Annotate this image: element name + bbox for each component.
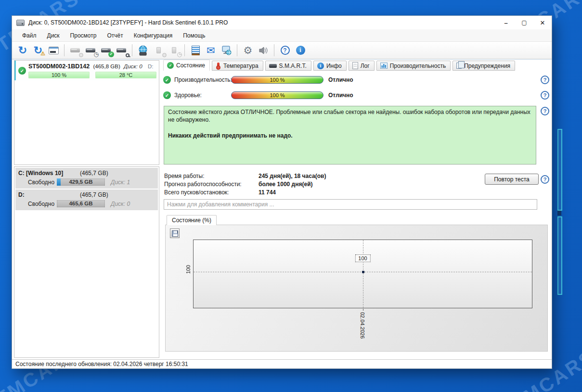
check-circle-icon [167, 62, 174, 69]
stat-value: более 1000 дня(ей) [259, 181, 313, 188]
performance-ok-icon [163, 76, 171, 84]
maximize-button[interactable] [515, 16, 533, 29]
tab-status[interactable]: Состояние [163, 60, 210, 71]
settings-gear-icon[interactable] [240, 43, 256, 58]
network-disk-icon[interactable] [135, 43, 151, 58]
performance-value: 100 % [232, 76, 323, 83]
status-message: Состояние жёсткого диска ОТЛИЧНОЕ. Пробл… [168, 109, 532, 124]
tab-temperature[interactable]: Температура [212, 61, 263, 71]
stat-row: Время работы: 245 дня(ей), 18 часа(ов) [164, 172, 326, 180]
health-rating: Отлично [328, 92, 353, 99]
notes-icon[interactable] [188, 43, 203, 58]
minimize-button[interactable] [497, 16, 515, 29]
tab-label: Предупреждения [464, 63, 510, 69]
toolbar-separator [237, 44, 237, 56]
network-share-icon[interactable] [219, 43, 234, 58]
toolbar-separator [274, 44, 274, 56]
tab-log[interactable]: Лог [349, 61, 375, 71]
free-label: Свободно [28, 201, 57, 207]
disk-name: ST500DM002-1BD142 [28, 63, 90, 70]
window-title: Диск: 0, ST500DM002-1BD142 [Z3TYPEFY] - … [28, 19, 228, 26]
retest-button[interactable]: Повтор теста [485, 174, 539, 185]
partition-disk-number: Диск: 1 [111, 179, 130, 186]
stat-row: Прогноз работоспособности: более 1000 дн… [164, 180, 326, 188]
stat-label: Время работы: [164, 173, 259, 179]
menu-view[interactable]: Просмотр [65, 30, 102, 41]
partition-space-bar: 429,5 GB [57, 178, 105, 186]
sound-icon[interactable] [256, 43, 271, 58]
chart-tab-status-percent[interactable]: Состояние (%) [167, 215, 217, 226]
info-circle-icon [317, 63, 324, 69]
status-history-chart: 100 100 02.04.2026 [165, 225, 548, 352]
performance-label: Производительность: [174, 76, 231, 83]
menu-configuration[interactable]: Конфигурация [129, 30, 178, 41]
free-label: Свободно [28, 179, 57, 186]
partition-name: C: [Windows 10] [18, 170, 80, 177]
disk-overview-icon[interactable] [67, 43, 83, 58]
performance-help-icon[interactable] [541, 76, 549, 84]
background-window-edge [557, 211, 561, 215]
disk-ok-icon [18, 67, 26, 75]
tab-warnings[interactable]: Предупреждения [453, 61, 515, 71]
disk-search-icon[interactable] [114, 43, 129, 58]
status-tab-content: Состояние Температура S.M.A.R.T. Инфо Ло… [161, 60, 551, 359]
chart-plot-area: 100 100 02.04.2026 [193, 240, 532, 308]
tab-smart[interactable]: S.M.A.R.T. [265, 61, 311, 71]
chart-tab-strip: Состояние (%) [165, 215, 548, 225]
disk-check-icon[interactable] [98, 43, 114, 58]
tab-info[interactable]: Инфо [313, 61, 347, 71]
close-button[interactable] [533, 16, 552, 29]
partition-space-bar: 465,6 GB [57, 200, 105, 207]
stat-label: Всего пусков/остановок: [164, 189, 259, 196]
toolbar-separator [64, 44, 65, 56]
document-icon [352, 62, 358, 69]
tab-label: Состояние [176, 62, 205, 69]
stat-label: Прогноз работоспособности: [164, 181, 259, 188]
partition-list-panel: C: [Windows 10] (465,7 GB) Свободно 429,… [14, 166, 159, 358]
status-advice: Никаких действий предпринимать не надо. [168, 132, 532, 140]
chart-x-tick: 02.04.2026 [360, 312, 365, 339]
chart-icon [380, 63, 388, 69]
network-share-glyph [220, 45, 232, 56]
chart-gridline-vertical [363, 240, 363, 308]
disk-clock-icon[interactable] [83, 43, 98, 58]
performance-row: Производительность: 100 % Отлично [163, 76, 551, 84]
health-value: 100 % [232, 92, 323, 99]
background-window-edge [557, 129, 562, 211]
partition-item[interactable]: C: [Windows 10] (465,7 GB) Свободно 429,… [15, 168, 158, 189]
help-icon[interactable] [277, 43, 293, 58]
retest-help-icon[interactable] [541, 175, 549, 184]
tab-bar: Состояние Температура S.M.A.R.T. Инфо Ло… [163, 60, 551, 71]
disk-eject-icon[interactable] [151, 43, 166, 58]
health-help-icon[interactable] [541, 91, 549, 100]
message-help-icon[interactable] [541, 107, 549, 115]
disk-letter: D: [148, 63, 154, 69]
statistics-block: Время работы: 245 дня(ей), 18 часа(ов) П… [164, 172, 326, 196]
email-icon[interactable] [203, 43, 219, 58]
disk-list-item[interactable]: ST500DM002-1BD142 (465,8 GB) Диск: 0 D: … [14, 61, 159, 80]
refresh-icon[interactable] [15, 43, 30, 58]
menu-disk[interactable]: Диск [42, 30, 65, 41]
refresh-warning-icon[interactable] [30, 43, 46, 58]
tab-performance[interactable]: Производительность [376, 61, 451, 71]
report-window-icon[interactable] [46, 43, 61, 58]
info-icon[interactable] [293, 43, 308, 58]
status-bar: Состояние последнего обновления: 02.04.2… [12, 359, 552, 368]
tab-label: S.M.A.R.T. [279, 63, 307, 69]
menu-help[interactable]: Помощь [178, 30, 210, 41]
menu-report[interactable]: Отчёт [102, 30, 128, 41]
app-icon [16, 20, 25, 26]
disk-connect-icon[interactable] [166, 43, 181, 58]
menu-file[interactable]: Файл [17, 30, 42, 41]
partition-item[interactable]: D: (465,7 GB) Свободно 465,6 GB Диск: 0 [15, 190, 158, 210]
stat-value: 11 744 [259, 189, 276, 196]
toolbar-separator [132, 44, 132, 56]
health-row: Здоровье: 100 % Отлично [163, 91, 551, 100]
performance-bar: 100 % [231, 76, 323, 84]
status-message-box: Состояние жёсткого диска ОТЛИЧНОЕ. Пробл… [164, 106, 536, 164]
save-chart-button[interactable] [170, 228, 180, 238]
app-window: Диск: 0, ST500DM002-1BD142 [Z3TYPEFY] - … [12, 16, 552, 368]
comment-input[interactable] [164, 199, 537, 210]
free-space-value: 465,6 GB [57, 200, 105, 207]
toolbar [12, 42, 552, 59]
